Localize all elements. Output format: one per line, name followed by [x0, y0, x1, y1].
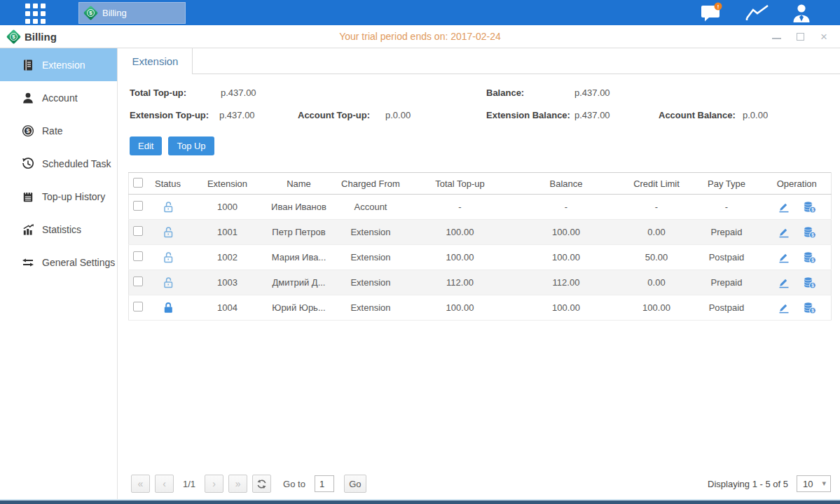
user-account-icon[interactable]: [791, 3, 812, 23]
total-topup-label: Total Top-up:: [130, 88, 186, 98]
credit-limit-cell: 100.00: [623, 295, 691, 321]
refresh-button[interactable]: [252, 475, 271, 493]
topup-row-icon[interactable]: $: [803, 226, 816, 239]
topup-row-icon[interactable]: $: [803, 251, 816, 264]
svg-text:!: !: [717, 4, 719, 10]
dollar-circle-icon: $: [22, 125, 34, 137]
tabstrip: Extension: [118, 48, 840, 74]
balance-label: Balance:: [486, 88, 524, 98]
charged-from-cell: Extension: [331, 245, 411, 270]
row-checkbox[interactable]: [133, 276, 143, 286]
sidebar-item-label: Rate: [42, 125, 63, 136]
credit-limit-cell: 50.00: [623, 245, 691, 270]
sidebar-item-scheduled-task[interactable]: Scheduled Task: [0, 147, 117, 180]
row-checkbox[interactable]: [133, 226, 143, 236]
topup-row-icon[interactable]: $: [803, 276, 816, 289]
pay-type-cell: Postpaid: [691, 295, 763, 321]
pay-type-cell: Postpaid: [691, 245, 763, 270]
sidebar-item-general-settings[interactable]: General Settings: [0, 246, 117, 279]
toolbar: Edit Top Up: [130, 136, 840, 155]
edit-row-icon[interactable]: [778, 201, 790, 213]
chevron-down-icon: ▾: [822, 479, 826, 488]
last-page-button[interactable]: »: [228, 475, 247, 493]
name-cell: Юрий Юрь...: [267, 295, 331, 321]
maximize-button[interactable]: [795, 31, 805, 41]
balance-cell: 112.00: [510, 270, 623, 295]
person-icon: [22, 92, 34, 104]
charged-from-cell: Extension: [331, 295, 411, 321]
row-checkbox[interactable]: [133, 302, 143, 312]
sidebar-item-label: Account: [42, 92, 78, 104]
app-launcher-icon[interactable]: [25, 4, 48, 22]
account-topup-value: p.0.00: [385, 110, 411, 120]
billing-app-icon: $: [83, 6, 98, 20]
tab-extension[interactable]: Extension: [118, 48, 193, 74]
sidebar-item-account[interactable]: Account: [0, 81, 117, 114]
balance-cell: 100.00: [510, 220, 623, 245]
minimize-button[interactable]: [771, 31, 781, 41]
status-cell: [148, 245, 188, 270]
sidebar-item-extension[interactable]: Extension: [0, 48, 117, 81]
credit-limit-cell: 0.00: [623, 220, 691, 245]
col-name: Name: [267, 173, 331, 195]
goto-label: Go to: [283, 479, 305, 489]
svg-text:$: $: [811, 232, 814, 238]
sidebar-item-label: Top-up History: [42, 191, 105, 202]
balance-value: p.437.00: [574, 88, 610, 98]
extension-table: Status Extension Name Charged From Total…: [128, 172, 832, 321]
sidebar-item-topup-history[interactable]: Top-up History: [0, 180, 117, 213]
resource-monitor-icon[interactable]: [745, 4, 771, 22]
credit-limit-cell: -: [623, 195, 691, 220]
topup-button[interactable]: Top Up: [168, 136, 214, 155]
extension-cell: 1001: [188, 220, 267, 245]
tabstrip-filler: [193, 48, 840, 74]
name-cell: Мария Ива...: [267, 245, 331, 270]
displaying-text: Displaying 1 - 5 of 5: [708, 479, 788, 489]
stats-icon: [22, 223, 34, 236]
pay-type-cell: -: [691, 195, 763, 220]
name-cell: Дмитрий Д...: [267, 270, 331, 295]
pagination-bar: « ‹ 1/1 › » Go to Go Displaying 1 - 5 of…: [131, 473, 831, 494]
sidebar-item-label: General Settings: [42, 257, 115, 268]
edit-row-icon[interactable]: [778, 251, 790, 263]
taskbar-item-billing[interactable]: $ Billing: [78, 2, 186, 24]
row-checkbox[interactable]: [133, 201, 143, 211]
charged-from-cell: Extension: [331, 220, 411, 245]
topup-row-icon[interactable]: $: [803, 302, 816, 314]
select-all-checkbox[interactable]: [133, 178, 143, 188]
summary-panel: Total Top-up: p.437.00 Balance: p.437.00…: [118, 84, 840, 129]
locked-icon: [162, 301, 174, 314]
col-charged-from: Charged From: [331, 173, 411, 195]
unlocked-icon: [162, 200, 174, 214]
edit-row-icon[interactable]: [778, 226, 790, 238]
extension-balance-value: p.437.00: [574, 110, 610, 120]
topup-row-icon[interactable]: $: [803, 201, 816, 214]
edit-row-icon[interactable]: [778, 276, 790, 288]
col-operation: Operation: [763, 173, 832, 195]
window-bottom-border: [0, 499, 840, 504]
balance-cell: 100.00: [510, 245, 623, 270]
col-balance: Balance: [510, 173, 623, 195]
edit-button[interactable]: Edit: [130, 136, 162, 155]
trial-notice: Your trial period ends on: 2017-02-24: [0, 25, 840, 48]
edit-row-icon[interactable]: [778, 302, 790, 314]
close-button[interactable]: ×: [819, 31, 829, 41]
account-balance-label: Account Balance:: [659, 110, 736, 120]
prev-page-button[interactable]: ‹: [155, 475, 174, 493]
balance-cell: -: [510, 195, 623, 220]
billing-window-icon: $: [6, 29, 21, 43]
col-status: Status: [148, 173, 188, 195]
page-size-select[interactable]: 10 ▾: [797, 475, 831, 492]
row-checkbox[interactable]: [133, 251, 143, 261]
goto-page-input[interactable]: [315, 475, 334, 492]
sidebar-item-statistics[interactable]: Statistics: [0, 213, 117, 246]
total-topup-cell: 100.00: [411, 295, 510, 321]
pay-type-cell: Prepaid: [691, 220, 763, 245]
first-page-button[interactable]: «: [131, 475, 150, 493]
next-page-button[interactable]: ›: [205, 475, 223, 493]
notifications-icon[interactable]: !: [700, 2, 725, 23]
go-button[interactable]: Go: [344, 475, 366, 493]
sidebar-item-rate[interactable]: $ Rate: [0, 114, 117, 147]
svg-text:$: $: [811, 283, 814, 288]
table-row: 1004 Юрий Юрь... Extension 100.00 100.00…: [129, 295, 832, 321]
